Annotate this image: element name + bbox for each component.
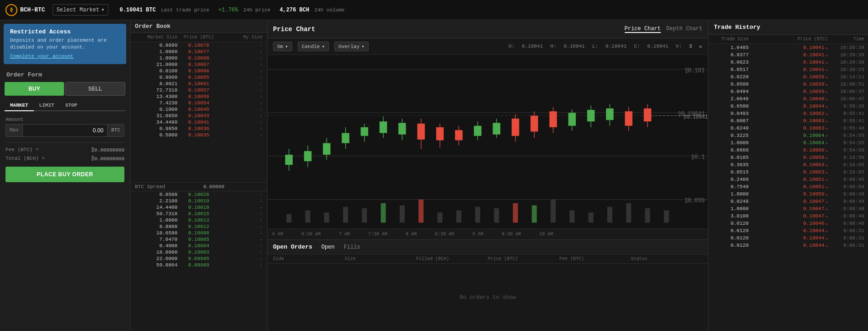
ask-my-size: - <box>220 62 263 67</box>
bid-row[interactable]: 1.0000 0.10013 - <box>130 217 267 223</box>
sell-tab-button[interactable]: SELL <box>65 82 125 96</box>
ask-row[interactable]: 8.9021 0.10061 - <box>130 81 267 87</box>
fills-tab[interactable]: Fills <box>342 244 362 250</box>
ask-market-size: 8.9021 <box>135 81 177 87</box>
trade-size: 2.0646 <box>712 96 749 102</box>
ask-market-size: 0.0100 <box>135 68 177 74</box>
spread-value: 0.00009 <box>165 184 263 190</box>
trade-price: 0.10041↘ <box>749 60 828 65</box>
buy-tab-button[interactable]: BUY <box>5 82 64 96</box>
tab-market[interactable]: MARKET <box>5 100 34 111</box>
open-orders-tab[interactable]: Open <box>320 244 337 250</box>
restricted-text: Deposits and order placement are disable… <box>10 37 120 51</box>
trade-history-row: 0.2460 0.10051↘ 9:09:45 <box>708 176 868 183</box>
ask-my-size: - <box>220 49 263 54</box>
trade-time: 9:09:45 <box>828 177 864 182</box>
bid-my-size: - <box>220 250 263 255</box>
bid-row[interactable]: 50.7310 0.10015 - <box>130 211 267 217</box>
place-buy-order-button[interactable]: PLACE BUY ORDER <box>5 167 124 182</box>
candlestick-chart: ₿0.101 ₿0.10041 ₿0.1 ₿0.099 <box>268 55 708 228</box>
ask-row[interactable]: 7.4230 0.10054 - <box>130 100 267 106</box>
trade-size: 0.0185 <box>712 155 749 160</box>
ask-row[interactable]: 13.4300 0.10056 - <box>130 93 267 100</box>
tab-stop[interactable]: STOP <box>60 100 83 110</box>
trade-price: 0.10060↘ <box>749 147 828 153</box>
bid-price: 0.10026 <box>177 192 220 197</box>
trade-time: 10:00:47 <box>828 89 864 94</box>
bid-row[interactable]: 14.4400 0.10018 - <box>130 204 267 211</box>
trade-size: 0.0493 <box>712 111 749 116</box>
ask-row[interactable]: 34.4490 0.10041 - <box>130 119 267 125</box>
o-value: 0.10041 <box>522 43 543 49</box>
time-830am: 8:30 AM <box>435 232 454 237</box>
ask-row[interactable]: 0.1000 0.10045 - <box>130 106 267 113</box>
ask-my-size: - <box>220 119 263 125</box>
svg-rect-10 <box>305 211 311 223</box>
trade-price: 0.10041↘ <box>749 45 828 50</box>
chart-type-selector[interactable]: Candle ▾ <box>298 42 329 51</box>
svg-rect-52 <box>474 126 482 136</box>
bid-row[interactable]: 0.0500 0.10026 - <box>130 191 267 198</box>
bid-row[interactable]: 22.0000 0.09995 - <box>130 255 267 262</box>
bid-row[interactable]: 7.0470 0.10005 - <box>130 236 267 243</box>
interval-selector[interactable]: 5m ▾ <box>273 42 292 51</box>
svg-rect-37 <box>285 155 293 165</box>
trade-size: 0.3035 <box>712 162 749 168</box>
overlay-value: Overlay <box>338 44 359 49</box>
bid-rows: 0.0500 0.10026 - 2.2100 0.10019 - 14.440… <box>130 191 267 331</box>
ask-price: 0.10036 <box>177 126 220 131</box>
ask-row[interactable]: 1.0000 0.10068 - <box>130 55 267 61</box>
depth-chart-tab[interactable]: Depth Chart <box>666 26 702 33</box>
trade-history-row: 0.7540 0.10051↘ 9:08:58 <box>708 183 868 190</box>
svg-rect-26 <box>607 207 612 223</box>
ask-row[interactable]: 1.0000 0.10077 - <box>130 49 267 55</box>
ask-row[interactable]: 21.0000 0.10067 - <box>130 61 267 68</box>
trade-time: 9:58:38 <box>828 103 864 109</box>
ob-col-price: Price (BTC) <box>177 35 220 40</box>
bid-row[interactable]: 8.8800 0.10012 - <box>130 223 267 230</box>
ask-my-size: - <box>220 81 263 87</box>
select-market-button[interactable]: Select Market ▾ <box>53 4 109 16</box>
th-col-price: Price (BTC) <box>749 37 828 42</box>
trade-time: 9:19:50 <box>828 155 864 160</box>
ask-market-size: 0.9800 <box>135 75 177 80</box>
trade-size: 1.6485 <box>712 45 749 50</box>
svg-text:₿0.101: ₿0.101 <box>685 67 705 74</box>
v-value: 3 <box>689 43 692 49</box>
top-bar: ₿ BCH-BTC Select Market ▾ 0.10041 BTC La… <box>0 0 868 20</box>
svg-rect-47 <box>417 124 425 140</box>
amount-input[interactable] <box>23 125 107 136</box>
h-label: H: <box>550 43 556 49</box>
last-trade-label: Last trade price <box>161 7 209 13</box>
bid-row[interactable]: 59.0864 0.09989 - <box>130 262 267 268</box>
tab-limit[interactable]: LIMIT <box>34 100 60 110</box>
bid-row[interactable]: 18.0000 0.10003 - <box>130 249 267 255</box>
ask-row[interactable]: 0.0100 0.10066 - <box>130 68 267 74</box>
trade-price: 0.10063↘ <box>749 169 828 175</box>
trade-size: 0.0240 <box>712 125 749 131</box>
trade-time: 10:20:39 <box>828 52 864 58</box>
no-orders-text: No orders to show <box>268 264 708 331</box>
svg-rect-39 <box>323 143 331 155</box>
trade-history-row: 1.0000 0.10047↘ 9:08:48 <box>708 205 868 212</box>
ask-row[interactable]: 72.7310 0.10057 - <box>130 87 267 93</box>
bid-row[interactable]: 0.4000 0.10004 - <box>130 243 267 249</box>
trade-size: 1.0000 <box>712 206 749 212</box>
trade-size: 0.7540 <box>712 184 749 190</box>
bid-row[interactable]: 18.6590 0.10008 - <box>130 230 267 236</box>
price-chart-tab[interactable]: Price Chart <box>625 26 661 33</box>
svg-rect-22 <box>532 205 537 222</box>
ask-row[interactable]: 0.9850 0.10036 - <box>130 125 267 132</box>
overlay-selector[interactable]: Overlay ▾ <box>334 42 369 51</box>
svg-rect-42 <box>380 121 387 133</box>
bid-row[interactable]: 2.2100 0.10019 - <box>130 198 267 204</box>
ask-row[interactable]: 31.0650 0.10043 - <box>130 113 267 119</box>
trade-size: 1.0000 <box>712 140 749 146</box>
time-930am: 9:30 AM <box>502 232 521 237</box>
trade-history-row: 0.6500 0.10044↘ 9:58:38 <box>708 103 868 110</box>
ask-row[interactable]: 0.9800 0.10065 - <box>130 74 267 81</box>
complete-account-link[interactable]: Complete your account <box>10 54 74 59</box>
ask-row[interactable]: 0.9890 0.10078 - <box>130 42 267 49</box>
oo-col-filled: Filled (BCH) <box>416 256 488 261</box>
ask-row[interactable]: 0.5000 0.10035 - <box>130 132 267 138</box>
